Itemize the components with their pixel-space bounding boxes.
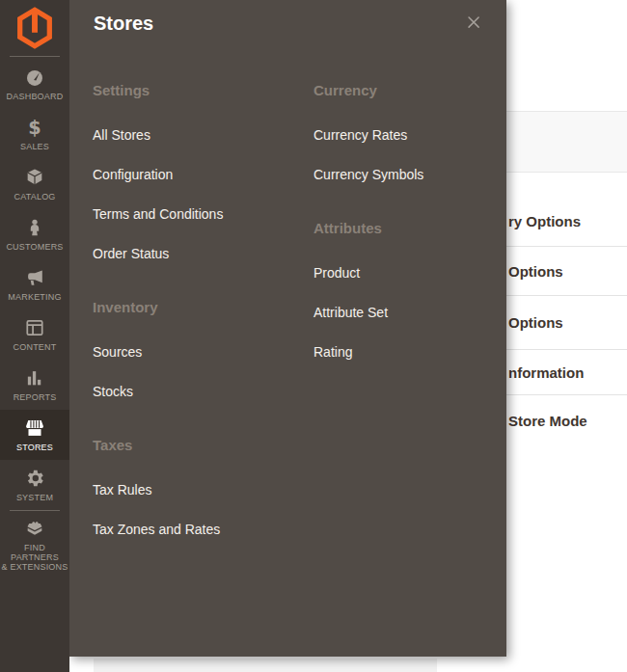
sidebar-item-system[interactable]: SYSTEM [0,460,69,510]
menu-column-left: SettingsAll StoresConfigurationTerms and… [93,83,301,560]
close-icon [464,22,485,37]
menu-item-currency-symbols[interactable]: Currency Symbols [314,168,423,181]
sidebar-item-stores[interactable]: STORES [0,410,69,460]
sidebar-item-find-partners-extensions[interactable]: FIND PARTNERS & EXTENSIONS [0,515,69,575]
menu-item-attribute-set[interactable]: Attribute Set [314,306,388,319]
catalog-icon [24,167,45,188]
sidebar-item-reports[interactable]: REPORTS [0,360,69,410]
menu-item-currency-rates[interactable]: Currency Rates [314,128,407,142]
reports-icon [24,367,45,389]
sidebar-item-marketing[interactable]: MARKETING [0,259,69,309]
sidebar-item-label: CATALOG [14,192,55,202]
admin-sidebar: DASHBOARD$SALESCATALOGCUSTOMERSMARKETING… [0,0,69,672]
menu-section-inventory: InventorySourcesStocks [93,300,301,400]
menu-column-right: CurrencyCurrency RatesCurrency SymbolsAt… [314,83,497,383]
menu-section-title: Attributes [314,221,497,235]
sidebar-divider [10,510,60,511]
menu-item-all-stores[interactable]: All Stores [93,128,150,142]
partners-icon [23,518,46,539]
svg-text:$: $ [28,117,41,138]
sidebar-item-label: CONTENT [14,342,57,352]
screen: ry OptionsOptions OptionsnformationStore… [0,0,627,672]
menu-item-terms-and-conditions[interactable]: Terms and Conditions [93,207,223,221]
customers-icon [24,217,45,238]
menu-item-list: Currency RatesCurrency Symbols [314,126,497,183]
sidebar-item-label: SYSTEM [16,493,53,502]
close-button[interactable] [464,13,485,34]
sidebar-item-content[interactable]: CONTENT [0,309,69,360]
menu-item-tax-rules[interactable]: Tax Rules [93,483,151,497]
menu-section-title: Currency [314,83,497,97]
menu-section-title: Inventory [93,300,301,314]
marketing-icon [24,267,45,288]
sidebar-item-label: DASHBOARD [7,92,64,101]
stores-flyout: Stores SettingsAll StoresConfigurationTe… [69,0,506,657]
sidebar-item-label: MARKETING [8,292,61,302]
sidebar-item-label: STORES [16,443,53,452]
magento-logo-icon [15,7,54,53]
sidebar-item-label: CUSTOMERS [6,242,63,252]
sidebar-nav: DASHBOARD$SALESCATALOGCUSTOMERSMARKETING… [0,59,69,510]
menu-item-product[interactable]: Product [314,266,360,280]
sales-icon: $ [24,117,45,138]
menu-section-currency: CurrencyCurrency RatesCurrency Symbols [314,83,497,183]
sidebar-item-label: SALES [20,142,49,151]
menu-item-list: All StoresConfigurationTerms and Conditi… [93,126,301,262]
menu-section-taxes: TaxesTax RulesTax Zones and Rates [93,438,301,538]
menu-section-title: Settings [93,83,301,97]
sidebar-divider [10,56,60,57]
dashboard-icon [24,67,45,88]
menu-item-list: ProductAttribute SetRating [314,264,497,361]
stores-icon [23,417,46,439]
magento-logo-button[interactable] [0,0,69,56]
sidebar-item-sales[interactable]: $SALES [0,109,69,159]
bottom-panel [94,659,437,672]
sidebar-item-label: FIND PARTNERS & EXTENSIONS [0,543,69,572]
flyout-title: Stores [94,13,153,35]
sidebar-item-dashboard[interactable]: DASHBOARD [0,59,69,109]
menu-item-configuration[interactable]: Configuration [93,168,173,181]
menu-item-tax-zones-and-rates[interactable]: Tax Zones and Rates [93,523,220,536]
menu-item-order-status[interactable]: Order Status [93,247,169,260]
menu-item-list: SourcesStocks [93,343,301,400]
sidebar-item-label: REPORTS [14,392,57,402]
system-icon [24,468,45,489]
menu-item-rating[interactable]: Rating [314,345,352,359]
sidebar-item-catalog[interactable]: CATALOG [0,159,69,209]
menu-section-title: Taxes [93,438,301,452]
menu-item-list: Tax RulesTax Zones and Rates [93,481,301,538]
menu-item-sources[interactable]: Sources [93,345,142,359]
menu-section-settings: SettingsAll StoresConfigurationTerms and… [93,83,301,262]
menu-section-attributes: AttributesProductAttribute SetRating [314,221,497,361]
sidebar-item-customers[interactable]: CUSTOMERS [0,209,69,259]
content-icon [24,317,45,338]
menu-item-stocks[interactable]: Stocks [93,385,133,398]
